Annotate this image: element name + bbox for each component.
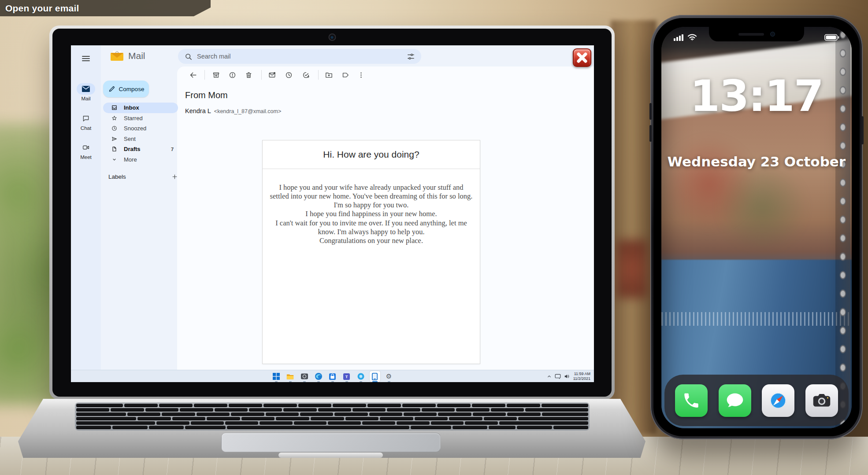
keyboard-key[interactable] — [225, 421, 258, 425]
search-options-icon[interactable] — [407, 52, 415, 61]
keyboard-key[interactable] — [266, 412, 299, 416]
keyboard-key[interactable] — [215, 408, 248, 412]
keyboard-key[interactable] — [185, 426, 226, 429]
keyboard-key[interactable] — [362, 421, 395, 425]
folder-sent[interactable]: Sent — [103, 134, 178, 144]
keyboard-key[interactable] — [298, 404, 332, 407]
keyboard-key[interactable] — [367, 404, 401, 407]
tray-device-icon[interactable] — [555, 374, 561, 379]
keyboard-key[interactable] — [404, 412, 437, 416]
keyboard-key[interactable] — [542, 412, 589, 416]
keyboard-key[interactable] — [369, 412, 402, 416]
keyboard-key[interactable] — [333, 404, 366, 407]
keyboard-key[interactable] — [334, 412, 367, 416]
report-spam-icon[interactable] — [226, 69, 238, 81]
taskbar-clock[interactable]: 11:59 AM 11/2/2021 — [573, 372, 590, 382]
keyboard-key[interactable] — [241, 417, 275, 420]
keyboard-key[interactable] — [76, 417, 136, 420]
keyboard-key[interactable] — [145, 408, 178, 412]
keyboard-key[interactable] — [328, 421, 361, 425]
tray-chevron-icon[interactable] — [547, 374, 552, 379]
keyboard-key[interactable] — [422, 408, 455, 412]
keyboard-key[interactable] — [76, 408, 109, 412]
keyboard-key[interactable] — [76, 404, 123, 407]
power-button[interactable] — [861, 116, 864, 144]
keyboard-key[interactable] — [542, 404, 588, 407]
folder-inbox[interactable]: Inbox — [103, 103, 178, 113]
move-to-icon[interactable] — [323, 69, 334, 81]
keyboard-key[interactable] — [507, 412, 540, 416]
keyboard-key[interactable] — [159, 404, 193, 407]
tray-volume-icon[interactable] — [564, 374, 570, 379]
keyboard-key[interactable] — [473, 412, 506, 416]
trackpad[interactable] — [221, 433, 441, 452]
keyboard-key[interactable] — [553, 426, 588, 429]
keyboard-key[interactable] — [518, 417, 588, 420]
keyboard-key[interactable] — [489, 426, 516, 429]
camera-app-icon[interactable] — [805, 384, 838, 417]
keyboard-key[interactable] — [380, 417, 413, 420]
delete-icon[interactable] — [243, 69, 254, 81]
keyboard-key[interactable] — [137, 417, 171, 420]
keyboard-key[interactable] — [76, 426, 111, 429]
mail-app-taskbar-icon[interactable] — [370, 371, 380, 382]
folder-starred[interactable]: Starred — [103, 113, 178, 124]
folder-snoozed[interactable]: Snoozed — [103, 123, 178, 134]
keyboard-key[interactable] — [449, 417, 482, 420]
camera-app-icon[interactable] — [299, 371, 310, 382]
safari-app-icon[interactable] — [762, 384, 794, 417]
phone-lock-screen[interactable]: 13:17 Wednesday 23 October — [661, 27, 852, 428]
keyboard-key[interactable] — [415, 417, 448, 420]
keyboard-key[interactable] — [300, 412, 333, 416]
keyboard-key[interactable] — [112, 426, 147, 429]
keyboard-key[interactable] — [465, 421, 498, 425]
folder-drafts[interactable]: Drafts 7 — [103, 144, 178, 155]
keyboard-key[interactable] — [227, 426, 410, 429]
compose-button[interactable]: Compose — [103, 81, 149, 97]
settings-icon[interactable]: ⚙ — [384, 371, 394, 382]
folder-more[interactable]: More — [103, 155, 178, 165]
keyboard-key[interactable] — [124, 404, 158, 407]
keyboard-key[interactable] — [229, 404, 262, 407]
add-label-icon[interactable] — [171, 173, 178, 180]
keyboard-key[interactable] — [352, 408, 386, 412]
file-explorer-icon[interactable] — [285, 371, 296, 382]
edge-icon[interactable] — [313, 371, 324, 382]
keyboard-key[interactable] — [194, 404, 227, 407]
keyboard-key[interactable] — [453, 426, 487, 429]
sidebar-item-meet[interactable]: Meet — [71, 142, 101, 160]
keyboard-key[interactable] — [260, 421, 293, 425]
keyboard-key[interactable] — [491, 408, 524, 412]
keyboard-key[interactable] — [276, 417, 309, 420]
keyboard-key[interactable] — [499, 421, 588, 425]
keyboard-key[interactable] — [162, 412, 195, 416]
menu-icon[interactable] — [81, 53, 91, 64]
keyboard-key[interactable] — [411, 426, 451, 429]
keyboard-key[interactable] — [507, 404, 540, 407]
keyboard-key[interactable] — [156, 421, 189, 425]
keyboard-key[interactable] — [180, 408, 213, 412]
mark-unread-icon[interactable] — [266, 69, 278, 81]
store-icon[interactable] — [327, 371, 338, 382]
keyboard-key[interactable] — [191, 421, 224, 425]
keyboard-key[interactable] — [249, 408, 282, 412]
archive-icon[interactable] — [210, 69, 222, 81]
keyboard-key[interactable] — [397, 421, 430, 425]
start-button[interactable] — [271, 371, 282, 382]
keyboard-key[interactable] — [484, 417, 517, 420]
keyboard-key[interactable] — [149, 426, 184, 429]
keyboard-key[interactable] — [525, 408, 588, 412]
add-to-tasks-icon[interactable] — [300, 69, 312, 81]
keyboard-key[interactable] — [402, 404, 436, 407]
volume-up-button[interactable] — [649, 103, 652, 120]
keyboard-key[interactable] — [438, 412, 471, 416]
keyboard-key[interactable] — [311, 417, 344, 420]
teams-icon[interactable]: T — [341, 371, 352, 382]
keyboard-key[interactable] — [76, 412, 126, 416]
laptop-keyboard[interactable] — [75, 402, 590, 431]
sidebar-item-chat[interactable]: Chat — [71, 113, 101, 131]
keyboard-key[interactable] — [318, 408, 351, 412]
keyboard-key[interactable] — [127, 412, 160, 416]
keyboard-key[interactable] — [345, 417, 379, 420]
keyboard-key[interactable] — [472, 404, 505, 407]
